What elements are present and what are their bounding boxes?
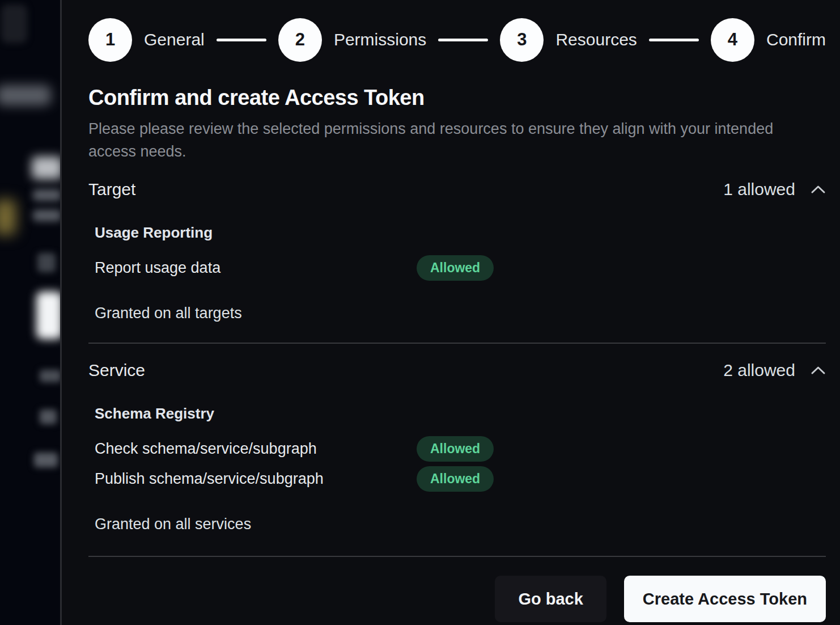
wizard-stepper: 1 General 2 Permissions 3 Resources 4 Co… <box>88 18 826 62</box>
step-2-number: 2 <box>295 29 305 50</box>
section-divider <box>88 343 826 344</box>
go-back-button[interactable]: Go back <box>495 576 606 622</box>
stepper-connector <box>217 39 266 41</box>
step-1-number: 1 <box>105 29 115 50</box>
allowed-badge: Allowed <box>417 255 494 281</box>
blurred-text-line <box>40 409 57 424</box>
allowed-badge: Allowed <box>417 466 494 492</box>
service-section-header: Service 2 allowed <box>88 361 826 380</box>
service-allowed-count: 2 allowed <box>723 361 795 380</box>
blurred-app-logo <box>1 5 27 43</box>
blurred-icon <box>37 253 56 272</box>
target-collapse-toggle[interactable]: 1 allowed <box>723 180 826 199</box>
step-general[interactable]: 1 General <box>88 18 205 62</box>
blurred-white-card <box>36 292 60 339</box>
service-group-title: Schema Registry <box>95 405 826 423</box>
service-section-title: Service <box>88 361 145 380</box>
blurred-text-line <box>33 210 60 221</box>
service-collapse-toggle[interactable]: 2 allowed <box>723 361 826 380</box>
target-group-title: Usage Reporting <box>95 224 826 242</box>
step-3-label: Resources <box>555 30 637 49</box>
page-subtitle: Please please review the selected permis… <box>88 117 791 163</box>
step-confirm[interactable]: 4 Confirm <box>711 18 826 62</box>
create-access-token-modal: 1 General 2 Permissions 3 Resources 4 Co… <box>60 0 840 625</box>
step-permissions[interactable]: 2 Permissions <box>278 18 426 62</box>
permission-row: Report usage data Allowed <box>95 255 826 281</box>
service-granted-note: Granted on all services <box>95 516 826 533</box>
step-1-circle: 1 <box>88 18 132 62</box>
create-access-token-button[interactable]: Create Access Token <box>624 576 826 622</box>
footer-divider <box>88 556 826 557</box>
chevron-up-icon <box>811 366 826 375</box>
page-title: Confirm and create Access Token <box>88 86 826 110</box>
step-2-circle: 2 <box>278 18 322 62</box>
step-3-circle: 3 <box>500 18 544 62</box>
modal-footer: Go back Create Access Token <box>88 576 826 622</box>
permission-label: Report usage data <box>95 259 417 277</box>
permission-label: Check schema/service/subgraph <box>95 440 417 458</box>
stepper-connector <box>649 39 699 41</box>
permission-label: Publish schema/service/subgraph <box>95 470 417 488</box>
step-resources[interactable]: 3 Resources <box>500 18 637 62</box>
step-4-label: Confirm <box>766 30 826 49</box>
target-allowed-count: 1 allowed <box>723 180 795 199</box>
blurred-text-line <box>40 370 60 382</box>
allowed-badge: Allowed <box>417 436 494 462</box>
stepper-connector <box>438 39 488 41</box>
blurred-nav-text <box>0 85 51 105</box>
target-section-title: Target <box>88 180 135 199</box>
step-3-number: 3 <box>517 29 527 50</box>
step-4-circle: 4 <box>711 18 754 62</box>
blurred-background-page <box>0 0 60 625</box>
blurred-text-line <box>34 453 58 467</box>
step-1-label: General <box>144 30 205 49</box>
blurred-page-heading <box>32 157 60 179</box>
blurred-yellow-element <box>0 200 16 235</box>
blurred-text-line <box>33 189 60 201</box>
permission-row: Publish schema/service/subgraph Allowed <box>95 466 826 492</box>
step-4-number: 4 <box>728 29 737 50</box>
step-2-label: Permissions <box>334 30 426 49</box>
target-granted-note: Granted on all targets <box>95 305 826 322</box>
chevron-up-icon <box>811 185 826 194</box>
permission-row: Check schema/service/subgraph Allowed <box>95 436 826 462</box>
target-section-header: Target 1 allowed <box>88 180 826 199</box>
